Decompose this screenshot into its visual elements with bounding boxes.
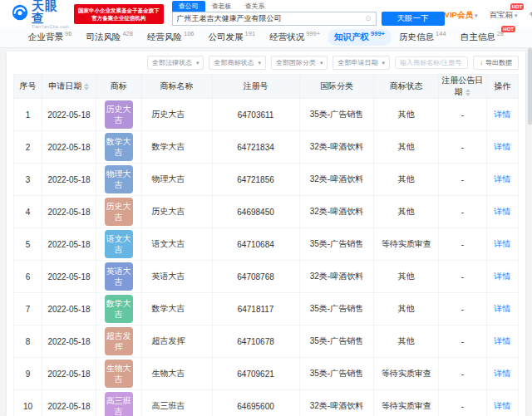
trademark-image[interactable]: 数学大吉 [105,133,133,161]
trademark-image[interactable]: 历史大吉 [105,198,133,226]
gov-certification-badge: 国家中小企业发展基金子基金旗下 官方备案企业征信机构 [74,4,164,24]
cell-action: 详情 [486,293,518,325]
nav-tab[interactable]: 历史信息 144 [392,29,453,46]
cell-reg-number: 64710678 [212,325,299,358]
nav-tab-label: 知识产权 [334,32,369,43]
cell-pub-date: - [439,196,487,228]
cell-status: 其他 [374,293,439,325]
column-header: 序号 [14,75,42,99]
cell-trademark-image: 物理大吉 [96,164,141,196]
cell-status: 其他 [374,164,439,196]
search-input[interactable] [177,15,360,23]
detail-link[interactable]: 详情 [494,142,510,151]
column-label: 注册号 [244,81,268,91]
filter-dropdown[interactable]: 全部申请日期 ▾ [332,56,390,70]
brand-name: 天眼查 [32,0,69,24]
cell-status: 其他 [374,99,439,131]
cell-intl-class: 35类-广告销售 [299,358,374,390]
cell-status: 等待实质审查 [374,390,439,416]
trademark-image[interactable]: 语文大吉 [105,230,133,258]
trademark-image[interactable]: 历史大吉 [105,100,133,129]
nav-tab[interactable]: 公司发展 191 [202,29,263,46]
nav-tab[interactable]: 经营状况 999+ [263,29,327,46]
sort-icon[interactable] [84,83,89,91]
camera-icon[interactable]: ⊙ [365,15,372,22]
detail-link[interactable]: 详情 [494,401,510,410]
nav-tab[interactable]: 自主信息 28 HOT [454,29,510,46]
cell-seq: 2 [14,131,42,164]
nav-tab-label: 经营状况 [269,32,304,43]
cell-status: 等待实质审查 [374,228,439,261]
cell-apply-date: 2022-05-18 [42,131,96,164]
column-header[interactable]: 注册公告日期 [439,75,487,99]
column-label: 注册公告日期 [441,76,483,96]
cell-trademark-image: 数学大吉 [96,131,141,164]
section-nav: 企业背景 96 司法风险 428 经营风险 106 公司发展 191 经营状况 … [0,27,532,48]
detail-link[interactable]: 详情 [494,272,510,281]
filter-dropdown[interactable]: 全部法律状态 ▾ [147,56,204,70]
filter-dropdown[interactable]: 全部国际分类 ▾ [271,56,328,70]
nav-tab-count: 106 [184,30,195,37]
search-type-tab[interactable]: 查老板 [205,1,239,12]
trademark-image[interactable]: 高三班吉 [105,392,133,416]
table-row: 1 2022-05-18 历史大吉 历史大吉 64703611 35类-广告销售… [14,99,519,131]
cell-reg-number: 64710684 [212,228,299,261]
detail-link[interactable]: 详情 [494,174,510,184]
detail-link[interactable]: 详情 [494,369,510,378]
table-header-row: 序号 申请日期 商标 商标名称 注册号 国际分类 商标状态 注册公告日期 操作 [14,75,519,99]
table-row: 9 2022-05-18 生物大吉 生物大吉 64709621 35类-广告销售… [14,358,519,390]
trademark-image[interactable]: 英语大吉 [105,262,133,291]
detail-link[interactable]: 详情 [494,207,510,216]
table-row: 10 2022-05-18 高三班吉 高三班吉 64695600 32类-啤酒饮… [14,390,519,416]
search-type-tab[interactable]: 查关系 [239,1,272,12]
cell-trademark-image: 历史大吉 [96,99,141,131]
cell-intl-class: 32类-啤酒饮料 [299,131,374,164]
cell-seq: 8 [14,325,42,358]
detail-link[interactable]: 详情 [494,110,510,119]
cell-action: 详情 [486,99,518,131]
hot-badge: HOT [501,26,515,32]
cell-reg-number: 64703611 [212,99,299,131]
sort-icon[interactable] [466,89,470,96]
cell-apply-date: 2022-05-18 [42,99,96,131]
nav-tab[interactable]: 企业背景 96 [22,29,78,46]
column-label: 商标 [111,81,127,91]
search-button[interactable]: 天眼一下 [382,12,445,26]
tianyancha-logo[interactable]: 天眼查 TianYanCha.com [12,0,69,29]
cell-pub-date: - [439,261,487,293]
top-menu-item[interactable]: 专业版 [529,10,532,21]
cell-action: 详情 [486,228,518,261]
trademark-image[interactable]: 物理大吉 [105,165,133,193]
column-header: 注册号 [212,75,299,99]
table-row: 7 2022-05-18 数学大吉 数学大吉 64718117 35类-广告销售… [14,293,519,325]
cell-pub-date: - [439,293,487,325]
download-icon: ↓ [480,59,483,66]
cell-trademark-name: 生物大吉 [141,358,212,390]
column-header[interactable]: 申请日期 [42,75,96,99]
top-menu-item[interactable]: VIP会员 ▾ [445,10,478,21]
cell-trademark-name: 历史大吉 [141,99,212,131]
scrollbar[interactable] [528,48,532,416]
detail-link[interactable]: 详情 [494,239,510,248]
detail-link[interactable]: 详情 [494,304,510,313]
trademark-image[interactable]: 生物大吉 [105,360,133,388]
trademark-image[interactable]: 数学大吉 [105,295,133,323]
cell-trademark-image: 数学大吉 [96,293,141,325]
filter-label: 全部法律状态 [152,58,192,67]
table-row: 6 2022-05-18 英语大吉 英语大吉 64708768 32类-啤酒饮料… [14,261,519,293]
trademark-image[interactable]: 超吉发挥 [105,327,133,355]
trademark-search-input[interactable] [395,56,468,69]
filter-dropdown[interactable]: 全部商标状态 ▾ [209,56,266,70]
nav-tab[interactable]: 知识产权 999+ [328,29,392,46]
export-data-button[interactable]: ↓ 导出数据 [473,56,519,70]
column-header: 国际分类 [299,75,374,99]
detail-link[interactable]: 详情 [494,336,510,345]
nav-tab-count: 144 [436,30,446,37]
cell-status: 等待实质审查 [374,358,439,390]
search-type-tab[interactable]: 查公司 [172,1,205,12]
nav-tab[interactable]: 司法风险 428 [79,29,140,46]
scrollbar-thumb[interactable] [528,48,532,125]
top-menu-item[interactable]: 百宝箱 ▾ HOT [489,10,517,21]
cell-apply-date: 2022-05-18 [42,228,96,261]
nav-tab[interactable]: 经营风险 106 [140,29,201,46]
